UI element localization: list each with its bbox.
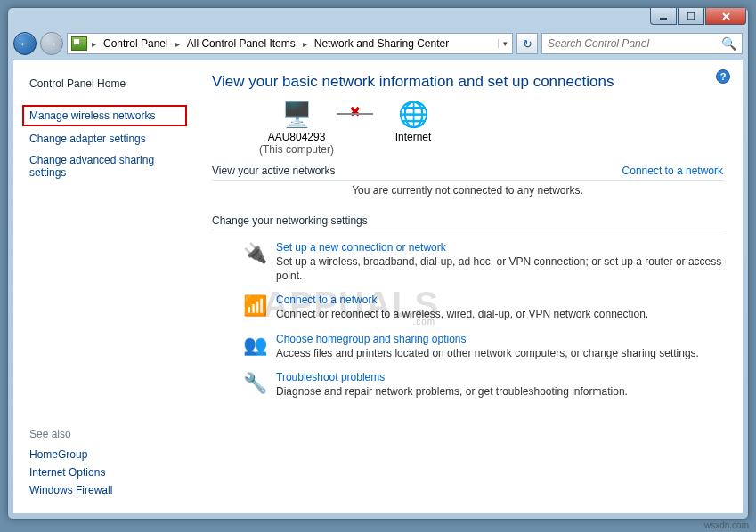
option-desc: Access files and printers located on oth… [276, 347, 723, 361]
search-icon: 🔍 [721, 36, 736, 51]
computer-icon: 🖥️ [281, 100, 313, 129]
see-also-homegroup[interactable]: HomeGroup [29, 446, 180, 463]
search-box[interactable]: 🔍 [541, 33, 743, 54]
option-title: Connect to a network [276, 294, 723, 306]
chevron-right-icon: ▸ [300, 39, 310, 49]
window-frame: ← → ▸ Control Panel ▸ All Control Panel … [7, 7, 749, 520]
see-also-internet-options[interactable]: Internet Options [29, 463, 180, 481]
address-bar[interactable]: ▸ Control Panel ▸ All Control Panel Item… [67, 33, 513, 54]
option-troubleshoot[interactable]: 🔧 Troubleshoot problems Diagnose and rep… [242, 371, 723, 399]
svg-rect-1 [687, 12, 695, 20]
breadcrumb-all-items[interactable]: All Control Panel Items [184, 37, 298, 50]
address-dropdown[interactable]: ▾ [498, 39, 512, 48]
map-node-internet[interactable]: 🌐 Internet [355, 100, 471, 156]
connect-to-network-link[interactable]: Connect to a network [622, 165, 723, 177]
option-desc: Connect or reconnect to a wireless, wire… [276, 308, 723, 322]
minimize-button[interactable] [650, 8, 677, 25]
computer-sub: (This computer) [259, 143, 334, 156]
refresh-icon: ↻ [523, 37, 532, 51]
active-networks-label: View your active networks [212, 165, 336, 177]
page-title: View your basic network information and … [212, 73, 723, 91]
network-map: 🖥️ AAU804293 (This computer) ✖ 🌐 Interne… [239, 100, 723, 156]
search-input[interactable] [548, 37, 721, 50]
option-desc: Diagnose and repair network problems, or… [276, 385, 723, 399]
breadcrumb-network-sharing[interactable]: Network and Sharing Center [312, 37, 451, 50]
homegroup-icon: 👥 [242, 333, 267, 358]
help-icon[interactable]: ? [716, 69, 730, 84]
sidebar: Control Panel Home Manage wireless netwo… [13, 60, 196, 513]
disconnected-icon: ✖ [349, 103, 361, 120]
change-adapter-settings-link[interactable]: Change adapter settings [13, 128, 196, 149]
close-button[interactable] [705, 8, 746, 25]
manage-wireless-networks-link[interactable]: Manage wireless networks [22, 105, 187, 126]
maximize-button[interactable] [678, 8, 704, 25]
see-also-windows-firewall[interactable]: Windows Firewall [29, 481, 180, 499]
image-source-mark: wsxdn.com [704, 520, 749, 530]
see-also-heading: See also [29, 428, 180, 440]
option-title: Choose homegroup and sharing options [276, 333, 723, 345]
main-panel: ? View your basic network information an… [196, 60, 743, 513]
arrow-left-icon: ← [19, 36, 31, 51]
back-button[interactable]: ← [13, 32, 37, 55]
internet-label: Internet [395, 131, 432, 143]
chevron-right-icon: ▸ [89, 39, 99, 49]
content-area: Control Panel Home Manage wireless netwo… [13, 60, 743, 513]
map-node-computer[interactable]: 🖥️ AAU804293 (This computer) [239, 100, 354, 156]
connection-line [337, 113, 373, 115]
networking-settings-heading: Change your networking settings [212, 214, 723, 230]
forward-button[interactable]: → [40, 32, 63, 55]
connect-network-icon: 📶 [242, 294, 267, 318]
not-connected-message: You are currently not connected to any n… [212, 181, 723, 204]
maximize-icon [687, 12, 695, 20]
option-title: Troubleshoot problems [276, 371, 723, 383]
refresh-button[interactable]: ↻ [516, 33, 538, 54]
chevron-right-icon: ▸ [173, 39, 183, 49]
option-setup-connection[interactable]: 🔌 Set up a new connection or network Set… [242, 241, 723, 283]
active-networks-header: View your active networks Connect to a n… [212, 165, 723, 181]
option-connect-network[interactable]: 📶 Connect to a network Connect or reconn… [242, 294, 723, 322]
globe-icon: 🌐 [398, 100, 429, 129]
control-panel-home-link[interactable]: Control Panel Home [13, 73, 196, 94]
setup-connection-icon: 🔌 [242, 241, 267, 266]
option-title: Set up a new connection or network [276, 241, 723, 254]
titlebar [8, 8, 748, 31]
close-icon [721, 12, 731, 21]
control-panel-icon [71, 36, 87, 51]
computer-name: AAU804293 [268, 131, 326, 143]
see-also-section: See also HomeGroup Internet Options Wind… [13, 428, 196, 504]
arrow-right-icon: → [45, 36, 58, 51]
option-desc: Set up a wireless, broadband, dial-up, a… [276, 255, 723, 283]
change-advanced-sharing-link[interactable]: Change advanced sharing settings [13, 149, 196, 183]
minimize-icon [659, 12, 668, 20]
option-homegroup[interactable]: 👥 Choose homegroup and sharing options A… [242, 333, 723, 361]
svg-rect-0 [660, 18, 667, 20]
breadcrumb-control-panel[interactable]: Control Panel [101, 37, 171, 50]
navigation-bar: ← → ▸ Control Panel ▸ All Control Panel … [8, 31, 748, 60]
troubleshoot-icon: 🔧 [242, 371, 267, 396]
